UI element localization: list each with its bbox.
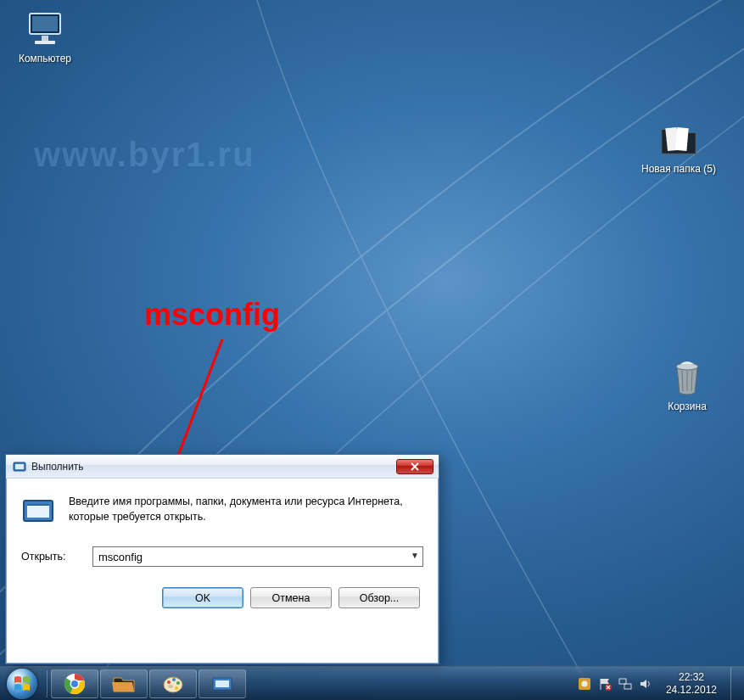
svg-point-21 bbox=[176, 681, 180, 685]
desktop-icon-new-folder[interactable]: Новая папка (5) bbox=[641, 119, 717, 175]
folder-icon bbox=[112, 675, 136, 693]
svg-rect-3 bbox=[35, 41, 55, 44]
taskbar-app-explorer[interactable] bbox=[100, 669, 148, 698]
taskbar-app-paint[interactable] bbox=[149, 669, 197, 698]
svg-rect-25 bbox=[215, 680, 229, 687]
paint-icon bbox=[162, 674, 184, 694]
close-button[interactable] bbox=[396, 459, 434, 474]
run-dialog-title: Выполнить bbox=[31, 461, 396, 473]
clock-date: 24.12.2012 bbox=[666, 684, 717, 696]
chrome-icon bbox=[64, 673, 86, 695]
tray-icon-flag[interactable] bbox=[598, 677, 612, 691]
svg-point-17 bbox=[71, 680, 78, 687]
tray-icon-volume[interactable] bbox=[639, 677, 652, 691]
tray-icon-network[interactable] bbox=[618, 677, 632, 691]
svg-rect-5 bbox=[675, 127, 689, 151]
desktop-icon-label: Корзина bbox=[649, 400, 725, 412]
taskbar-clock[interactable]: 22:32 24.12.2012 bbox=[659, 671, 724, 696]
clock-time: 22:32 bbox=[666, 671, 717, 683]
dropdown-icon[interactable]: ▼ bbox=[411, 551, 419, 560]
run-dialog: Выполнить Введите имя программы, папки, … bbox=[5, 454, 439, 664]
run-dialog-titlebar[interactable]: Выполнить bbox=[6, 455, 439, 479]
svg-rect-12 bbox=[15, 464, 24, 469]
svg-rect-29 bbox=[619, 679, 626, 684]
watermark-text: www.byr1.ru bbox=[34, 136, 255, 174]
ok-button[interactable]: OK bbox=[162, 587, 243, 608]
svg-point-22 bbox=[175, 686, 178, 690]
taskbar-app-chrome[interactable] bbox=[51, 669, 98, 698]
computer-icon bbox=[25, 8, 65, 49]
open-input[interactable]: msconfig ▼ bbox=[92, 546, 423, 567]
svg-rect-30 bbox=[624, 684, 631, 689]
annotation-text: msconfig bbox=[144, 297, 280, 333]
run-dialog-icon bbox=[13, 460, 26, 473]
taskbar: 22:32 24.12.2012 bbox=[0, 666, 744, 700]
svg-point-23 bbox=[168, 685, 173, 688]
svg-rect-1 bbox=[32, 16, 58, 31]
taskbar-app-run[interactable] bbox=[199, 669, 246, 698]
open-label: Открыть: bbox=[21, 551, 82, 563]
run-icon bbox=[21, 494, 55, 528]
desktop-icon-label: Новая папка (5) bbox=[641, 163, 717, 175]
desktop-icon-recycle-bin[interactable]: Корзина bbox=[649, 356, 725, 412]
windows-logo-icon bbox=[7, 669, 37, 699]
start-button[interactable] bbox=[0, 667, 44, 701]
desktop-icon-label: Компьютер bbox=[7, 53, 83, 64]
svg-point-20 bbox=[172, 678, 176, 681]
desktop-icon-computer[interactable]: Компьютер bbox=[7, 8, 83, 64]
cancel-button[interactable]: Отмена bbox=[250, 587, 332, 608]
svg-point-9 bbox=[676, 363, 698, 370]
svg-rect-2 bbox=[42, 36, 48, 41]
tray-icon-app[interactable] bbox=[578, 677, 591, 691]
taskbar-separator bbox=[47, 670, 48, 697]
open-input-value: msconfig bbox=[98, 551, 143, 563]
svg-point-27 bbox=[581, 680, 587, 686]
svg-rect-14 bbox=[27, 504, 49, 518]
run-icon bbox=[211, 675, 233, 692]
system-tray: 22:32 24.12.2012 bbox=[578, 667, 744, 700]
run-dialog-instruction: Введите имя программы, папки, документа … bbox=[69, 494, 423, 528]
svg-point-19 bbox=[167, 680, 171, 684]
trash-icon bbox=[667, 356, 708, 397]
folder-icon bbox=[658, 119, 699, 160]
show-desktop-button[interactable] bbox=[730, 667, 739, 701]
browse-button[interactable]: Обзор... bbox=[338, 587, 420, 608]
